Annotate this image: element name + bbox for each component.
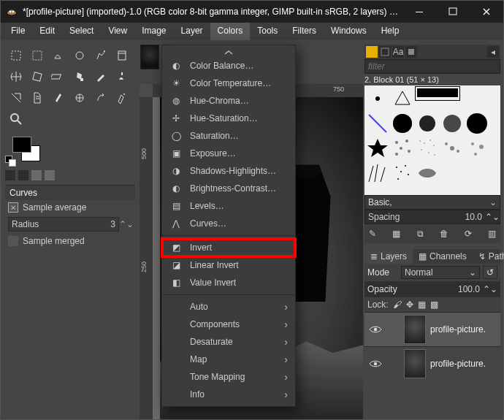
tool-4[interactable] [90, 45, 111, 66]
maximize-button[interactable] [436, 1, 470, 23]
tool-12[interactable] [5, 87, 26, 108]
sample-average-checkbox[interactable]: ✕ [8, 202, 18, 213]
visibility-toggle[interactable] [367, 356, 383, 372]
brush-thumb[interactable] [416, 137, 439, 160]
lock-alpha-icon[interactable]: ▦ [418, 299, 426, 310]
menu-help[interactable]: Help [374, 23, 407, 40]
brush-grid[interactable] [364, 85, 500, 195]
layer-row[interactable]: profile-picture. [364, 346, 500, 381]
brush-thumb[interactable] [440, 137, 464, 160]
menu-item-tone-mapping[interactable]: Tone Mapping [162, 368, 295, 386]
menu-item-map[interactable]: Map [162, 351, 295, 368]
menu-item-curves[interactable]: ⋀Curves… [162, 215, 295, 232]
document-thumbnail[interactable] [140, 45, 159, 69]
dock-tab-2[interactable] [18, 170, 28, 180]
tool-9[interactable] [69, 66, 90, 87]
brush-new-icon[interactable]: ▦ [390, 227, 403, 240]
menu-image[interactable]: Image [134, 23, 173, 40]
brush-tab-4[interactable] [405, 46, 417, 58]
tool-0[interactable] [5, 45, 26, 66]
spacing-value[interactable]: 10.0 [462, 210, 485, 224]
tool-5[interactable] [111, 45, 132, 66]
brush-thumb[interactable] [391, 87, 414, 110]
layer-name[interactable]: profile-picture. [430, 359, 497, 369]
menu-item-hue-saturation[interactable]: ✢Hue-Saturation… [162, 110, 295, 127]
tool-2[interactable] [47, 45, 69, 66]
opacity-value[interactable]: 100.0 [455, 283, 483, 295]
lock-all-icon[interactable]: ▩ [430, 299, 438, 310]
chevron-down-icon[interactable]: ⌄ [486, 197, 500, 207]
menu-item-levels[interactable]: ▤Levels… [162, 197, 295, 215]
opacity-spin-icon[interactable]: ⌃⌄ [483, 284, 497, 294]
radius-value[interactable]: 3 [110, 219, 115, 229]
dock-tab-3[interactable] [31, 170, 42, 180]
tab-layers[interactable]: ≣ Layers [364, 249, 413, 264]
menu-item-invert[interactable]: ◩Invert [162, 239, 295, 256]
tool-7[interactable] [26, 66, 47, 87]
lock-paint-icon[interactable]: 🖌 [393, 299, 402, 310]
tab-paths[interactable]: ↯ Paths [473, 249, 504, 264]
menu-layer[interactable]: Layer [174, 23, 210, 40]
brush-thumb[interactable] [391, 161, 414, 185]
brush-dock-menu-icon[interactable]: ◂ [487, 46, 499, 58]
menu-colors[interactable]: Colors [210, 23, 251, 40]
tool-13[interactable] [26, 87, 47, 108]
menu-item-linear-invert[interactable]: ◪Linear Invert [162, 256, 295, 274]
menu-item-exposure[interactable]: ▣Exposure… [162, 145, 295, 162]
brush-thumb[interactable] [391, 112, 414, 135]
brush-thumb[interactable] [366, 87, 389, 110]
layer-name[interactable]: profile-picture. [430, 324, 497, 335]
brush-thumb[interactable] [440, 112, 464, 135]
tool-8[interactable] [47, 66, 69, 87]
brush-tab-active[interactable] [366, 46, 378, 58]
tool-16[interactable] [90, 87, 111, 108]
menu-select[interactable]: Select [62, 23, 101, 40]
menu-item-components[interactable]: Components [162, 316, 295, 333]
brush-thumb[interactable] [416, 112, 439, 135]
brush-refresh-icon[interactable]: ⟳ [462, 227, 475, 240]
tool-14[interactable] [47, 87, 69, 108]
tool-3[interactable] [69, 45, 90, 66]
menu-item-value-invert[interactable]: ◧Value Invert [162, 274, 295, 291]
mode-reset-button[interactable]: ↺ [483, 266, 497, 279]
minimize-button[interactable] [402, 1, 436, 23]
brush-edit-icon[interactable]: ✎ [366, 227, 379, 240]
menu-collapse-icon[interactable] [162, 48, 295, 57]
brush-del-icon[interactable]: 🗑 [438, 227, 451, 240]
layer-row[interactable]: profile-picture. [364, 313, 500, 346]
mode-select[interactable]: Normal ⌄ [401, 266, 480, 279]
dock-tab-4[interactable] [45, 170, 55, 180]
tool-10[interactable] [90, 66, 111, 87]
tool-15[interactable] [69, 87, 90, 108]
visibility-toggle[interactable] [367, 321, 383, 337]
brush-thumb[interactable] [416, 161, 439, 185]
brush-preset-select[interactable]: Basic, [365, 196, 486, 209]
menu-windows[interactable]: Windows [324, 23, 374, 40]
tool-6[interactable] [5, 66, 26, 87]
brush-thumb[interactable] [366, 112, 389, 135]
tab-channels[interactable]: ▦ Channels [413, 249, 473, 264]
menu-item-desaturate[interactable]: Desaturate [162, 333, 295, 351]
dock-tab-1[interactable] [5, 170, 15, 180]
brush-thumb[interactable] [465, 137, 489, 160]
brush-tab-3[interactable]: Aa [392, 46, 404, 58]
brush-thumb[interactable] [416, 87, 459, 100]
brush-filter-input[interactable] [364, 59, 500, 74]
radius-spin-buttons[interactable]: ⌃⌄ [119, 219, 132, 229]
fg-color-swatch[interactable] [12, 137, 31, 153]
brush-thumb[interactable] [461, 87, 484, 110]
tool-1[interactable] [26, 45, 47, 66]
menu-filters[interactable]: Filters [285, 23, 324, 40]
brush-thumb[interactable] [366, 137, 389, 160]
spacing-spin-icon[interactable]: ⌃⌄ [485, 212, 500, 222]
menu-edit[interactable]: Edit [32, 23, 62, 40]
close-button[interactable] [470, 1, 503, 23]
brush-thumb[interactable] [391, 137, 414, 160]
brush-thumb[interactable] [465, 112, 489, 135]
tool-11[interactable] [111, 66, 132, 87]
default-colors-icon[interactable] [5, 156, 15, 166]
brush-open-icon[interactable]: ▥ [486, 227, 499, 240]
menu-item-color-balance[interactable]: ◐Color Balance… [162, 57, 295, 75]
menu-file[interactable]: File [4, 23, 32, 40]
menu-view[interactable]: View [101, 23, 134, 40]
